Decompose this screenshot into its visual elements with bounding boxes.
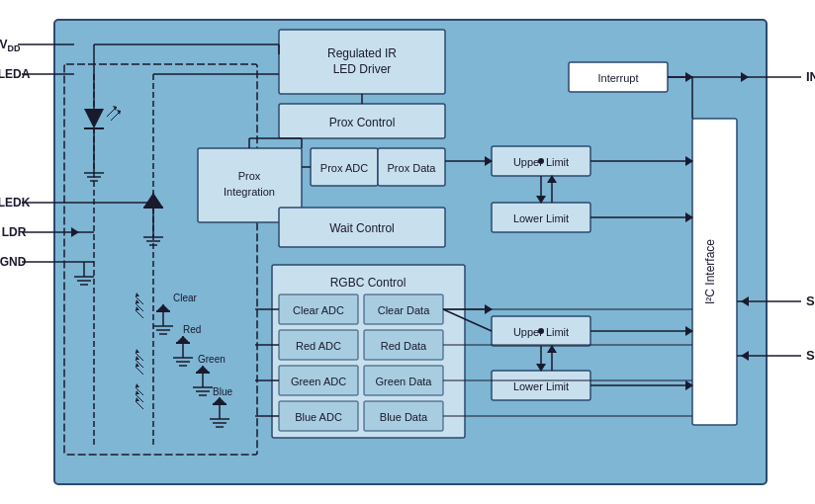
- prox-control-label: Prox Control: [329, 116, 396, 129]
- prox-data-label: Prox Data: [388, 162, 437, 174]
- wait-control-label: Wait Control: [329, 221, 395, 235]
- blue-label: Blue: [213, 386, 232, 397]
- led-driver-label: LED Driver: [333, 62, 392, 76]
- rgbc-control-label: RGBC Control: [330, 276, 407, 290]
- ledk-label: LEDK: [0, 196, 31, 210]
- diagram-container: VDD LEDA LEDK LDR GND INT SCL SDA: [0, 0, 815, 504]
- red-data-label: Red Data: [381, 340, 427, 352]
- blue-adc-label: Blue ADC: [295, 411, 342, 423]
- sda-label: SDA: [806, 348, 815, 363]
- scl-label: SCL: [806, 294, 815, 308]
- int-label: INT: [806, 69, 815, 84]
- clear-label: Clear: [173, 293, 198, 303]
- green-adc-label: Green ADC: [291, 376, 346, 387]
- regulated-ir-label: Regulated IR: [327, 46, 397, 60]
- svg-point-121: [538, 158, 544, 164]
- prox-integration-label2: Integration: [224, 186, 275, 198]
- clear-data-label: Clear Data: [378, 304, 430, 316]
- green-label: Green: [198, 354, 226, 365]
- i2c-interface-label: I²C Interface: [703, 239, 717, 304]
- lower-limit-2-label: Lower Limit: [513, 380, 569, 392]
- blue-data-label: Blue Data: [380, 411, 428, 423]
- lower-limit-1-label: Lower Limit: [513, 212, 569, 224]
- prox-integration-label: Prox: [238, 170, 261, 182]
- green-data-label: Green Data: [376, 376, 433, 387]
- red-label: Red: [183, 324, 201, 335]
- clear-adc-label: Clear ADC: [293, 304, 344, 316]
- gnd-label: GND: [0, 255, 27, 269]
- ldr-label: LDR: [2, 225, 27, 239]
- red-adc-label: Red ADC: [296, 340, 341, 352]
- interrupt-label: Interrupt: [598, 72, 639, 84]
- svg-point-139: [538, 328, 544, 334]
- leda-label: LEDA: [0, 67, 31, 81]
- prox-adc-label: Prox ADC: [320, 162, 368, 174]
- vdd-label: VDD: [0, 38, 21, 53]
